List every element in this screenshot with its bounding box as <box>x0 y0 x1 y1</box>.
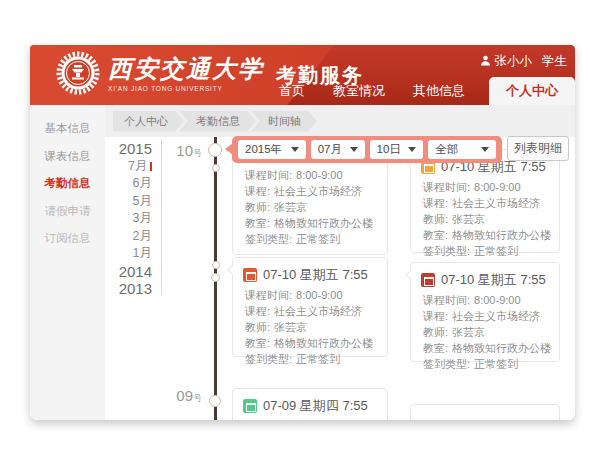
university-name-zh: 西安交通大学 <box>108 54 264 84</box>
timeline-node-small-2 <box>212 261 220 269</box>
card-date: 07-09 星期四 7:55 <box>263 397 368 415</box>
month-item-july[interactable]: 7月 <box>105 158 152 176</box>
nav-item-home[interactable]: 首页 <box>265 77 319 105</box>
year-dropdown[interactable]: 2015年 <box>238 140 306 159</box>
timeline-node-small-1 <box>212 164 220 172</box>
category-dropdown[interactable]: 全部 <box>428 140 496 159</box>
chevron-down-icon <box>350 147 358 152</box>
attendance-card[interactable] <box>410 404 560 420</box>
app-header: 西安交通大学 XI'AN JIAO TONG UNIVERSITY 考勤服务 张… <box>30 45 575 105</box>
chevron-down-icon <box>291 147 299 152</box>
year-dropdown-value: 2015年 <box>245 142 282 157</box>
year-item-2014[interactable]: 2014 <box>105 263 152 281</box>
attendance-card[interactable]: 07-10 星期五 7:55 课程时间:8:00-9:00 课程:社会主义市场经… <box>232 257 388 357</box>
month-item-march[interactable]: 3月 <box>105 210 152 228</box>
sidebar-item-basic-info[interactable]: 基本信息 <box>30 115 105 143</box>
screenshot-canvas: 西安交通大学 XI'AN JIAO TONG UNIVERSITY 考勤服务 张… <box>0 0 600 450</box>
breadcrumb-attendance-info[interactable]: 考勤信息 <box>179 111 256 132</box>
year-column-divider <box>161 140 162 295</box>
top-nav: 首页 教室情况 其他信息 个人中心 <box>265 77 575 105</box>
nav-item-other-info[interactable]: 其他信息 <box>399 77 479 105</box>
timeline-node-small-3 <box>211 273 220 282</box>
list-detail-button[interactable]: 列表明细 <box>507 136 569 161</box>
university-name-en: XI'AN JIAO TONG UNIVERSITY <box>108 85 264 92</box>
card-date: 07-10 星期五 7:55 <box>263 266 368 284</box>
sidebar-item-subscription-info[interactable]: 订阅信息 <box>30 225 105 253</box>
timeline-node-day09[interactable] <box>209 395 221 407</box>
day-label-10: 10号 <box>162 142 202 160</box>
sidebar-item-leave-request[interactable]: 请假申请 <box>30 198 105 226</box>
year-month-list: 2015 7月 6月 5月 3月 2月 1月 2014 2013 <box>105 140 152 298</box>
timeline-node-day10[interactable] <box>208 143 222 157</box>
card-pointer <box>227 264 238 275</box>
chevron-down-icon <box>481 147 489 152</box>
user-info[interactable]: 张小小 学生 <box>480 53 568 70</box>
card-date: 07-10 星期五 7:55 <box>441 271 546 289</box>
selected-month-marker <box>150 162 153 171</box>
timeline-panel: 2015 7月 6月 5月 3月 2月 1月 2014 2013 10号 09号 <box>105 137 575 420</box>
user-name: 张小小 <box>495 53 533 70</box>
year-item-2015[interactable]: 2015 <box>105 140 152 158</box>
user-icon <box>480 55 491 69</box>
month-item-may[interactable]: 5月 <box>105 193 152 211</box>
year-item-2013[interactable]: 2013 <box>105 280 152 298</box>
month-item-january[interactable]: 1月 <box>105 245 152 263</box>
month-dropdown[interactable]: 07月 <box>311 140 365 159</box>
chevron-down-icon <box>408 147 416 152</box>
month-dropdown-value: 07月 <box>318 142 342 157</box>
attendance-card[interactable]: 07-10 星期五 7:55 课程时间:8:00-9:00 课程:社会主义市场经… <box>410 262 560 362</box>
breadcrumb: 个人中心 考勤信息 时间轴 <box>105 105 575 137</box>
card-pointer <box>405 269 416 280</box>
app-window: 西安交通大学 XI'AN JIAO TONG UNIVERSITY 考勤服务 张… <box>30 45 575 420</box>
day-label-09: 09号 <box>162 387 202 405</box>
day-dropdown-value: 10日 <box>377 142 401 157</box>
filter-bubble: 2015年 07月 10日 全部 <box>232 136 502 163</box>
calendar-icon <box>243 399 257 413</box>
breadcrumb-timeline[interactable]: 时间轴 <box>251 111 317 132</box>
university-logo-icon <box>55 50 101 96</box>
sidebar-item-attendance-info[interactable]: 考勤信息 <box>30 170 105 198</box>
day-dropdown[interactable]: 10日 <box>370 140 424 159</box>
category-dropdown-value: 全部 <box>435 142 458 157</box>
nav-item-personal-center[interactable]: 个人中心 <box>489 77 575 105</box>
month-item-june[interactable]: 6月 <box>105 175 152 193</box>
sidebar-item-schedule-info[interactable]: 课表信息 <box>30 143 105 171</box>
attendance-card[interactable]: 07-10 星期五 7:55 课程时间:8:00-9:00 课程:社会主义市场经… <box>410 149 560 253</box>
calendar-icon <box>243 268 257 282</box>
user-role: 学生 <box>542 53 567 70</box>
university-name: 西安交通大学 XI'AN JIAO TONG UNIVERSITY <box>108 54 264 92</box>
attendance-card[interactable]: 07-09 星期四 7:55 <box>232 388 388 420</box>
month-item-february[interactable]: 2月 <box>105 228 152 246</box>
breadcrumb-personal-center[interactable]: 个人中心 <box>113 111 184 132</box>
nav-item-classrooms[interactable]: 教室情况 <box>319 77 399 105</box>
sidebar: 基本信息 课表信息 考勤信息 请假申请 订阅信息 <box>30 105 105 420</box>
calendar-icon <box>421 273 435 287</box>
